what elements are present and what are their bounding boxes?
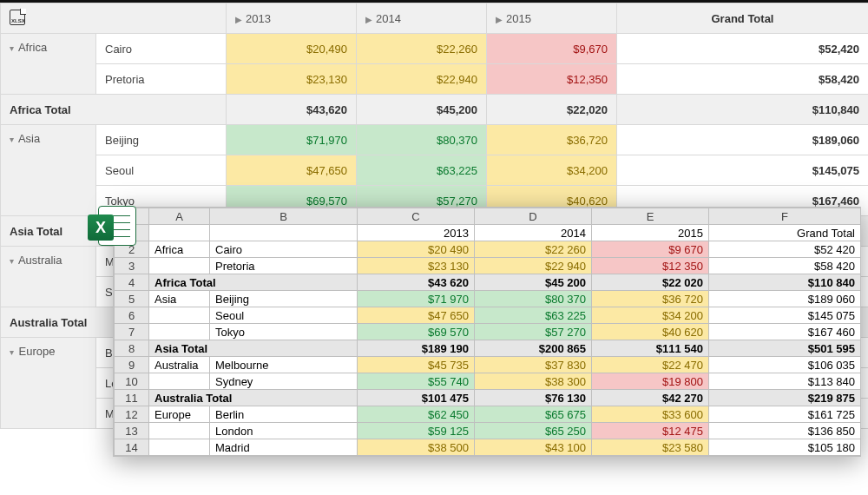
column-header[interactable]: F [709, 208, 861, 225]
value-cell[interactable]: $80 370 [475, 291, 592, 307]
value-cell[interactable]: $23,130 [227, 64, 357, 95]
value-cell[interactable]: $23 130 [358, 258, 475, 274]
value-cell[interactable]: $80,370 [357, 125, 487, 155]
cell[interactable] [210, 225, 358, 241]
cell[interactable] [149, 439, 210, 456]
value-cell[interactable]: $47,650 [227, 155, 357, 186]
row-header[interactable]: 12 [115, 406, 149, 423]
row-total-cell[interactable]: $167 460 [709, 324, 861, 340]
cell[interactable]: 2013 [358, 225, 475, 241]
city-cell[interactable]: Pretoria [96, 64, 227, 95]
column-header[interactable]: A [149, 208, 210, 225]
total-value-cell[interactable]: $42 270 [592, 390, 709, 406]
value-cell[interactable]: $12 350 [592, 258, 709, 274]
value-cell[interactable]: $47 650 [358, 307, 475, 324]
total-value-cell[interactable]: $45 200 [475, 274, 592, 291]
row-header[interactable]: 3 [115, 258, 149, 274]
row-header[interactable]: 6 [115, 307, 149, 324]
row-header[interactable]: 11 [115, 390, 149, 406]
cell[interactable]: Melbourne [210, 357, 358, 373]
row-total-cell[interactable]: $189 060 [709, 291, 861, 307]
column-header[interactable]: E [592, 208, 709, 225]
column-header[interactable]: C [358, 208, 475, 225]
value-cell[interactable]: $33 600 [592, 406, 709, 423]
column-header[interactable]: B [210, 208, 358, 225]
cell[interactable]: 2014 [475, 225, 592, 241]
value-cell[interactable]: $71,970 [227, 125, 357, 155]
value-cell[interactable]: $20 490 [358, 241, 475, 258]
row-total-cell[interactable]: $58,420 [617, 64, 869, 95]
cell[interactable]: Berlin [210, 406, 358, 423]
value-cell[interactable]: $69 570 [358, 324, 475, 340]
value-cell[interactable]: $23 580 [592, 439, 709, 456]
value-cell[interactable]: $45 735 [358, 357, 475, 373]
value-cell[interactable]: $22 260 [475, 241, 592, 258]
value-cell[interactable]: $37 830 [475, 357, 592, 373]
value-cell[interactable]: $9,670 [487, 34, 617, 64]
cell[interactable]: Asia [149, 291, 210, 307]
total-label-cell[interactable]: Africa Total [149, 274, 358, 291]
row-header[interactable]: 4 [115, 274, 149, 291]
row-total-cell[interactable]: $189,060 [617, 125, 869, 155]
total-label-cell[interactable]: Asia Total [149, 340, 358, 357]
value-cell[interactable]: $71 970 [358, 291, 475, 307]
value-cell[interactable]: $12,350 [487, 64, 617, 95]
cell[interactable]: Cairo [210, 241, 358, 258]
value-cell[interactable]: $59 125 [358, 423, 475, 439]
cell[interactable]: Africa [149, 241, 210, 258]
year-header[interactable]: ▶2014 [357, 3, 487, 34]
cell[interactable] [149, 324, 210, 340]
total-value-cell[interactable]: $43 620 [358, 274, 475, 291]
total-value-cell[interactable]: $501 595 [709, 340, 861, 357]
year-header[interactable]: ▶2013 [227, 3, 357, 34]
value-cell[interactable]: $22,940 [357, 64, 487, 95]
cell[interactable]: Grand Total [709, 225, 861, 241]
city-cell[interactable]: Cairo [96, 34, 227, 64]
cell[interactable]: Europe [149, 406, 210, 423]
export-xlsx-button[interactable] [1, 3, 227, 34]
value-cell[interactable]: $22 940 [475, 258, 592, 274]
total-value-cell[interactable]: $101 475 [358, 390, 475, 406]
cell[interactable]: Madrid [210, 439, 358, 456]
cell[interactable]: Seoul [210, 307, 358, 324]
city-cell[interactable]: Seoul [96, 155, 227, 186]
total-value-cell[interactable]: $111 540 [592, 340, 709, 357]
cell[interactable] [149, 423, 210, 439]
value-cell[interactable]: $65 250 [475, 423, 592, 439]
row-header[interactable]: 5 [115, 291, 149, 307]
row-total-cell[interactable]: $105 180 [709, 439, 861, 456]
cell[interactable]: 2015 [592, 225, 709, 241]
value-cell[interactable]: $62 450 [358, 406, 475, 423]
city-cell[interactable]: Beijing [96, 125, 227, 155]
total-value-cell[interactable]: $189 190 [358, 340, 475, 357]
row-header[interactable]: 7 [115, 324, 149, 340]
value-cell[interactable]: $34 200 [592, 307, 709, 324]
row-total-cell[interactable]: $161 725 [709, 406, 861, 423]
row-total-cell[interactable]: $136 850 [709, 423, 861, 439]
total-value-cell[interactable]: $22 020 [592, 274, 709, 291]
value-cell[interactable]: $36 720 [592, 291, 709, 307]
row-header[interactable]: 13 [115, 423, 149, 439]
cell[interactable]: Pretoria [210, 258, 358, 274]
cell[interactable] [149, 373, 210, 390]
value-cell[interactable]: $38 500 [358, 439, 475, 456]
total-label-cell[interactable]: Australia Total [149, 390, 358, 406]
value-cell[interactable]: $22,260 [357, 34, 487, 64]
value-cell[interactable]: $12 475 [592, 423, 709, 439]
value-cell[interactable]: $43 100 [475, 439, 592, 456]
value-cell[interactable]: $63 225 [475, 307, 592, 324]
total-value-cell[interactable]: $219 875 [709, 390, 861, 406]
region-cell[interactable]: ▾ Europe [1, 338, 96, 429]
year-header[interactable]: ▶2015 [487, 3, 617, 34]
cell[interactable]: Beijing [210, 291, 358, 307]
cell[interactable]: Sydney [210, 373, 358, 390]
total-value-cell[interactable]: $76 130 [475, 390, 592, 406]
cell[interactable]: Tokyo [210, 324, 358, 340]
row-header[interactable]: 10 [115, 373, 149, 390]
value-cell[interactable]: $65 675 [475, 406, 592, 423]
value-cell[interactable]: $38 300 [475, 373, 592, 390]
value-cell[interactable]: $34,200 [487, 155, 617, 186]
total-value-cell[interactable]: $200 865 [475, 340, 592, 357]
value-cell[interactable]: $57 270 [475, 324, 592, 340]
row-header[interactable]: 9 [115, 357, 149, 373]
